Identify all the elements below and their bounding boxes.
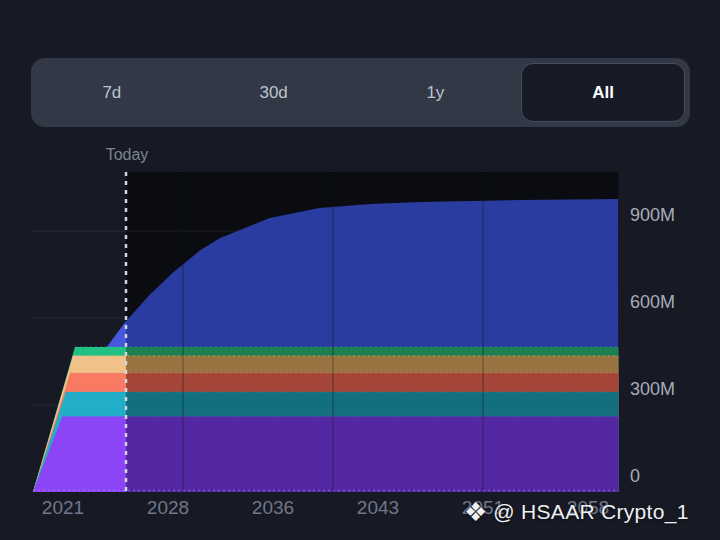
token-unlock-screen: 7d 30d 1y All Today 2021 2028 2036 2043 … [0,0,720,540]
x-axis-tick-2043: 2043 [336,497,420,519]
watermark-text: @ HSAAR Crypto_1 [493,500,688,524]
y-axis-tick-600m: 600M [630,291,675,313]
today-marker-label: Today [87,146,167,164]
binance-diamond-icon: ❖ [464,499,487,525]
watermark: ❖ @ HSAAR Crypto_1 [464,499,689,525]
x-axis-tick-2021: 2021 [21,497,105,519]
y-axis-tick-0: 0 [630,465,640,487]
supply-unlock-stacked-area-chart[interactable] [0,0,720,540]
y-axis-tick-900m: 900M [630,204,675,226]
x-axis-tick-2028: 2028 [126,497,210,519]
x-axis-tick-2036: 2036 [231,497,315,519]
y-axis-tick-300m: 300M [630,378,675,400]
